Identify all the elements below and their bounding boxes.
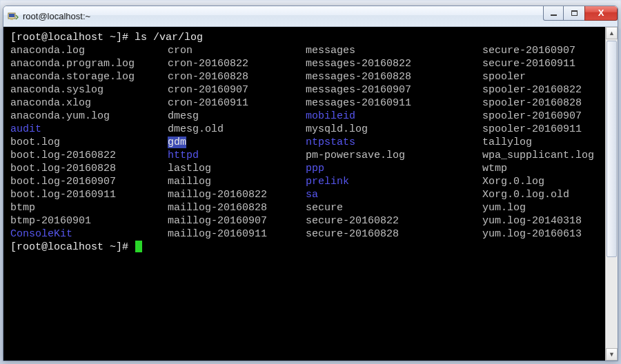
listing-cell: spooler-20160911 — [482, 123, 600, 136]
listing-row: anaconda.xlogcron-20160911messages-20160… — [10, 97, 600, 110]
svg-rect-1 — [9, 14, 14, 17]
listing-cell: maillog-20160911 — [168, 228, 306, 241]
listing-cell: secure-20160911 — [482, 57, 600, 70]
close-button[interactable]: X — [584, 6, 618, 21]
scroll-thumb[interactable] — [607, 41, 617, 257]
listing-row: boot.log-20160907maillogprelinkXorg.0.lo… — [10, 175, 600, 188]
listing-cell: messages — [306, 44, 482, 57]
command-line: [root@localhost ~]# ls /var/log — [10, 31, 600, 44]
window-controls: X — [544, 6, 618, 21]
listing-row: anaconda.storage.logcron-20160828message… — [10, 70, 600, 83]
listing-cell: wtmp — [482, 162, 600, 175]
listing-cell: cron-20160822 — [168, 57, 306, 70]
listing-cell: yum.log-20140318 — [482, 214, 600, 228]
listing-cell: cron-20160828 — [168, 70, 306, 83]
listing-cell: sa — [306, 188, 482, 201]
terminal-area: [root@localhost ~]# ls /var/loganaconda.… — [3, 27, 618, 361]
listing-cell: cron-20160907 — [168, 83, 306, 97]
listing-cell: maillog — [168, 175, 306, 188]
window-title: root@localhost:~ — [23, 11, 90, 21]
listing-cell: prelink — [306, 175, 482, 188]
listing-cell: boot.log-20160911 — [10, 188, 168, 201]
scroll-track[interactable] — [606, 39, 618, 348]
listing-row: auditdmesg.oldmysqld.logspooler-20160911 — [10, 123, 600, 136]
listing-cell: maillog-20160828 — [168, 201, 306, 214]
listing-cell: anaconda.xlog — [10, 97, 168, 110]
listing-cell: gdm — [168, 136, 306, 149]
listing-cell: anaconda.program.log — [10, 57, 168, 70]
listing-cell: btmp-20160901 — [10, 214, 168, 228]
titlebar[interactable]: root@localhost:~ X — [3, 6, 618, 27]
listing-row: boot.log-20160828lastlogpppwtmp — [10, 162, 600, 175]
listing-row: boot.log-20160911maillog-20160822saXorg.… — [10, 188, 600, 201]
listing-cell: wpa_supplicant.log — [482, 149, 600, 162]
listing-cell: anaconda.yum.log — [10, 110, 168, 123]
listing-cell: yum.log — [482, 201, 600, 214]
listing-cell: boot.log-20160828 — [10, 162, 168, 175]
scrollbar[interactable]: ▲ ▼ — [605, 27, 618, 361]
listing-row: boot.loggdmntpstatstallylog — [10, 136, 600, 149]
listing-cell: dmesg.old — [168, 123, 306, 136]
listing-cell: anaconda.log — [10, 44, 168, 57]
listing-cell: audit — [10, 123, 168, 136]
listing-cell: messages-20160828 — [306, 70, 482, 83]
listing-row: anaconda.yum.logdmesgmobileidspooler-201… — [10, 110, 600, 123]
listing-cell: secure-20160907 — [482, 44, 600, 57]
listing-cell: messages-20160822 — [306, 57, 482, 70]
listing-row: btmp-20160901maillog-20160907secure-2016… — [10, 214, 600, 228]
listing-cell: boot.log-20160907 — [10, 175, 168, 188]
prompt-line: [root@localhost ~]# — [10, 241, 600, 254]
listing-cell: lastlog — [168, 162, 306, 175]
listing-cell: secure — [306, 201, 482, 214]
listing-cell: secure-20160822 — [306, 214, 482, 228]
listing-cell: cron-20160911 — [168, 97, 306, 110]
listing-cell: anaconda.syslog — [10, 83, 168, 97]
listing-cell: spooler-20160907 — [482, 110, 600, 123]
listing-row: boot.log-20160822httpdpm-powersave.logwp… — [10, 149, 600, 162]
listing-cell: tallylog — [482, 136, 600, 149]
listing-row: btmpmaillog-20160828secureyum.log — [10, 201, 600, 214]
listing-cell: ppp — [306, 162, 482, 175]
listing-cell: messages-20160911 — [306, 97, 482, 110]
listing-cell: Xorg.0.log.old — [482, 188, 600, 201]
svg-rect-2 — [10, 19, 13, 20]
listing-cell: messages-20160907 — [306, 83, 482, 97]
listing-cell: mysqld.log — [306, 123, 482, 136]
scroll-down-button[interactable]: ▼ — [606, 348, 618, 361]
cursor — [135, 241, 142, 252]
listing-row: ConsoleKitmaillog-20160911secure-2016082… — [10, 228, 600, 241]
listing-cell: spooler-20160828 — [482, 97, 600, 110]
listing-cell: anaconda.storage.log — [10, 70, 168, 83]
listing-cell: mobileid — [306, 110, 482, 123]
listing-cell: ConsoleKit — [10, 228, 168, 241]
listing-cell: secure-20160828 — [306, 228, 482, 241]
putty-window: root@localhost:~ X [root@localhost ~]# l… — [3, 6, 618, 361]
scroll-up-button[interactable]: ▲ — [606, 27, 618, 39]
listing-row: anaconda.syslogcron-20160907messages-201… — [10, 83, 600, 97]
listing-row: anaconda.program.logcron-20160822message… — [10, 57, 600, 70]
terminal[interactable]: [root@localhost ~]# ls /var/loganaconda.… — [3, 27, 605, 361]
listing-cell: cron — [168, 44, 306, 57]
maximize-button[interactable] — [563, 6, 585, 21]
listing-cell: dmesg — [168, 110, 306, 123]
listing-cell: ntpstats — [306, 136, 482, 149]
listing-cell: yum.log-20160613 — [482, 228, 600, 241]
putty-icon — [8, 11, 19, 22]
listing-cell: spooler — [482, 70, 600, 83]
minimize-button[interactable] — [543, 6, 564, 21]
listing-cell: boot.log-20160822 — [10, 149, 168, 162]
listing-row: anaconda.logcronmessagessecure-20160907 — [10, 44, 600, 57]
listing-cell: maillog-20160822 — [168, 188, 306, 201]
listing-cell: btmp — [10, 201, 168, 214]
listing-cell: maillog-20160907 — [168, 214, 306, 228]
listing-cell: boot.log — [10, 136, 168, 149]
listing-cell: spooler-20160822 — [482, 83, 600, 97]
listing-cell: httpd — [168, 149, 306, 162]
listing-cell: pm-powersave.log — [306, 149, 482, 162]
listing-cell: Xorg.0.log — [482, 175, 600, 188]
